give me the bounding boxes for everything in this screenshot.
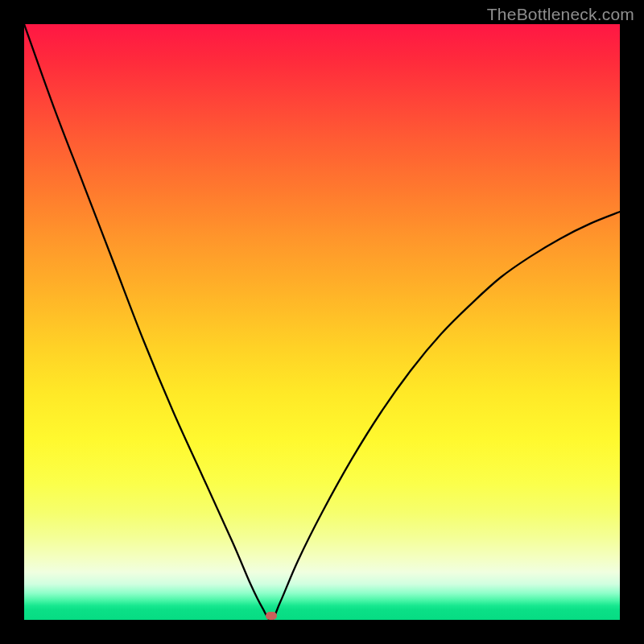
bottleneck-curve (24, 24, 620, 620)
chart-frame: TheBottleneck.com (0, 0, 644, 644)
bottleneck-marker (266, 612, 277, 620)
watermark-text: TheBottleneck.com (487, 5, 634, 24)
plot-area (24, 24, 620, 620)
